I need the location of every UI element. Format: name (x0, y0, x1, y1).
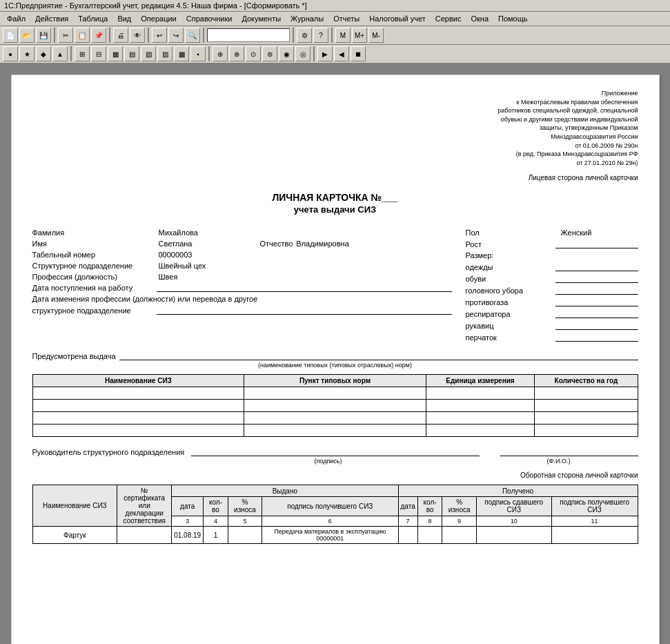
t2-btn8[interactable]: ▤ (124, 46, 139, 61)
t2-btn14[interactable]: ⊗ (229, 46, 244, 61)
redo-btn[interactable]: ↪ (168, 28, 184, 43)
t1r4c4 (535, 425, 638, 437)
print-btn[interactable]: 🖨 (113, 28, 128, 43)
sig-label: Руководитель структурного подразделения (32, 448, 185, 456)
familiya-row: Фамилия Михайлова (32, 228, 452, 237)
copy-btn[interactable]: 📋 (75, 28, 90, 43)
save-btn[interactable]: 💾 (36, 28, 51, 43)
t2-btn6[interactable]: ⊟ (91, 46, 106, 61)
menu-bar: Файл Действия Таблица Вид Операции Справ… (0, 12, 670, 26)
t2-btn11[interactable]: ▩ (174, 46, 189, 61)
menu-windows[interactable]: Окна (466, 13, 493, 24)
t2-btn2[interactable]: ★ (19, 46, 35, 61)
t2r1-data2 (398, 527, 417, 544)
table1-header-naim: Наименование СИЗ (32, 375, 244, 387)
t2-kolvo2-h: кол-во (417, 496, 442, 516)
menu-actions[interactable]: Действия (31, 13, 72, 24)
provision-row: Предусмотрена выдача (32, 351, 638, 360)
cut-btn[interactable]: ✂ (58, 28, 73, 43)
menu-reports[interactable]: Отчеты (329, 13, 364, 24)
col-num-8: 8 (417, 516, 442, 527)
menu-journals[interactable]: Журналы (286, 13, 328, 24)
t2-btn21[interactable]: ⏹ (351, 46, 366, 61)
info-btn[interactable]: ? (313, 28, 328, 43)
imya-row: Имя Светлана Отчество Владимировна (32, 240, 452, 248)
t2-btn5[interactable]: ⊞ (75, 46, 90, 61)
t1r3c1 (32, 412, 244, 425)
imya-value: Светлана (157, 240, 239, 248)
protivo-label: противогаза (466, 298, 555, 306)
t1r4c2 (244, 425, 426, 437)
toolbar1: 📄 📂 💾 ✂ 📋 📌 🖨 👁 ↩ ↪ 🔍 ⚙ ? M M+ M- (0, 26, 670, 45)
table1: Наименование СИЗ Пункт типовых норм Един… (32, 374, 638, 437)
t2r1-kolvo: 1 (204, 527, 228, 544)
undo-btn[interactable]: ↩ (152, 28, 167, 43)
calcminus-btn[interactable]: M- (368, 28, 384, 43)
t2-btn1[interactable]: ● (3, 46, 18, 61)
table2: Наименование СИЗ № сертификата или декла… (32, 485, 638, 544)
t2-btn12[interactable]: ▪ (190, 46, 206, 61)
sig-row: Руководитель структурного подразделения (32, 447, 638, 456)
t1r4c1 (32, 425, 244, 437)
t1r2c3 (426, 400, 535, 412)
t2-btn16[interactable]: ⊚ (262, 46, 277, 61)
t1r1c4 (535, 387, 638, 400)
t2-btn7[interactable]: ▦ (108, 46, 123, 61)
tab-row: Табельный номер 00000003 (32, 251, 452, 259)
t1r2c4 (535, 400, 638, 412)
find-btn[interactable]: 🔍 (185, 28, 200, 43)
rost-row: Рост (466, 240, 638, 248)
otchestvo-value: Владимировна (296, 240, 348, 248)
t2-naim-header: Наименование СИЗ (32, 485, 117, 527)
rost-value (555, 240, 638, 248)
struct-label: Структурное подразделение (32, 262, 157, 270)
sep9 (313, 46, 315, 61)
info-right: Пол Женский Рост Размер: одежды обуви го… (466, 228, 638, 344)
t2-btn20[interactable]: ◀ (334, 46, 349, 61)
t2-iznos2-h: % износа (442, 496, 476, 516)
menu-file[interactable]: Файл (3, 13, 30, 24)
t2-btn10[interactable]: ▨ (157, 46, 173, 61)
menu-references[interactable]: Справочники (182, 13, 237, 24)
toolbar2: ● ★ ◆ ▲ ⊞ ⊟ ▦ ▤ ▧ ▨ ▩ ▪ ⊕ ⊗ ⊙ ⊚ ◉ ◎ ▶ ◀ … (0, 45, 670, 64)
t2-btn9[interactable]: ▧ (141, 46, 156, 61)
open-btn[interactable]: 📂 (19, 28, 35, 43)
col-num-3: 3 (172, 516, 204, 527)
menu-documents[interactable]: Документы (237, 13, 285, 24)
resp-row: респиратора (466, 309, 638, 318)
calcplus-btn[interactable]: M+ (352, 28, 367, 43)
resp-value (555, 309, 638, 318)
data-izm-label: Дата изменения профессии (должности) или… (32, 295, 258, 303)
menu-operations[interactable]: Операции (137, 13, 180, 24)
sig-podpis-hint: (подпись) (177, 458, 480, 465)
t1r2c1 (32, 400, 244, 412)
menu-table[interactable]: Таблица (74, 13, 112, 24)
menu-tax[interactable]: Налоговый учет (365, 13, 430, 24)
struct-value: Швейный цех (157, 262, 239, 270)
toolbar-input[interactable] (207, 28, 290, 42)
menu-service[interactable]: Сервис (431, 13, 466, 24)
t2r1-iznos2 (442, 527, 476, 544)
pol-value: Женский (561, 228, 592, 237)
struct-pod-row: структурное подразделение (32, 306, 452, 315)
t2-btn4[interactable]: ▲ (52, 46, 68, 61)
menu-help[interactable]: Помощь (494, 13, 532, 24)
calc-btn[interactable]: M (335, 28, 351, 43)
paste-btn[interactable]: 📌 (91, 28, 106, 43)
preview-btn[interactable]: 👁 (130, 28, 145, 43)
obuvi-label: обуви (466, 275, 555, 283)
table-row (32, 412, 638, 425)
filter-btn[interactable]: ⚙ (297, 28, 312, 43)
menu-view[interactable]: Вид (113, 13, 135, 24)
new-btn[interactable]: 📄 (3, 28, 18, 43)
t2-btn13[interactable]: ⊕ (213, 46, 228, 61)
t2-btn17[interactable]: ◉ (279, 46, 294, 61)
face-label: Лицевая сторона личной карточки (32, 174, 638, 182)
t2-btn18[interactable]: ◎ (295, 46, 311, 61)
provision-value (119, 351, 638, 360)
t2-podpis-pol2-h: подпись получившего СИЗ (551, 496, 638, 516)
data-label: Дата поступления на работу (32, 284, 157, 292)
t2-btn19[interactable]: ▶ (317, 46, 333, 61)
t2-btn15[interactable]: ⊙ (246, 46, 261, 61)
t2-btn3[interactable]: ◆ (36, 46, 51, 61)
